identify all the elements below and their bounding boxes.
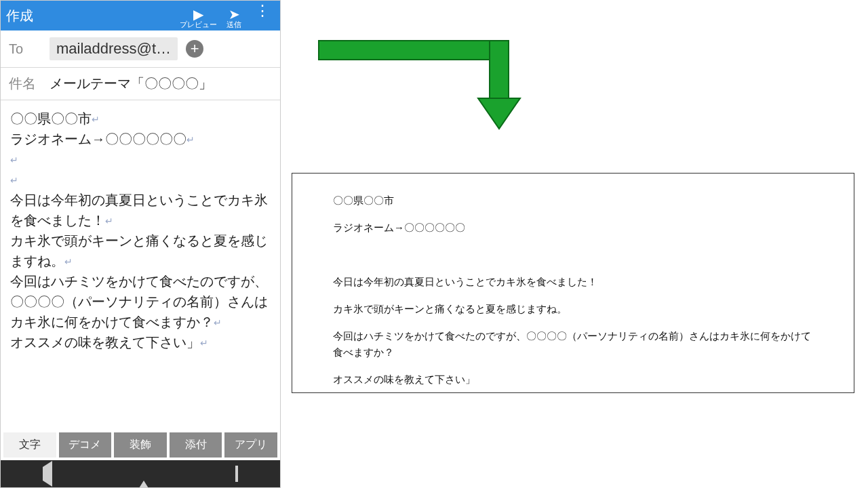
body-line: カキ氷で頭がキーンと痛くなると夏を感じますね。↵	[10, 230, 271, 271]
compose-tabs: 文字 デコメ 装飾 添付 アプリ	[1, 430, 280, 460]
newline-icon: ↵	[214, 317, 222, 328]
send-button[interactable]: ➤ 送信	[226, 7, 241, 28]
add-recipient-button[interactable]: +	[186, 40, 203, 58]
body-line: 今日は今年初の真夏日ということでカキ氷を食べました！↵	[10, 190, 271, 230]
android-navbar	[1, 460, 280, 487]
screen-title: 作成	[6, 7, 33, 25]
newline-icon: ↵	[92, 114, 100, 125]
subject-row[interactable]: 件名 メールテーマ「〇〇〇〇」	[1, 68, 280, 100]
svg-rect-0	[319, 41, 509, 60]
svg-rect-1	[490, 41, 509, 102]
recipient-chip[interactable]: mailaddress@t…	[50, 37, 178, 60]
compose-topbar: 作成 ▶ プレビュー ➤ 送信 ⋮ その他	[1, 1, 280, 30]
body-line: オススメの味を教えて下さい」↵	[10, 332, 271, 352]
tab-app[interactable]: アプリ	[224, 432, 277, 458]
preview-button[interactable]: ▶ プレビュー	[180, 7, 217, 28]
overflow-button[interactable]: ⋮ その他	[251, 3, 273, 28]
body-line: ↵	[10, 149, 271, 169]
phone-mockup: 作成 ▶ プレビュー ➤ 送信 ⋮ その他 To mailaddress@t…	[0, 0, 281, 488]
newline-icon: ↵	[10, 175, 18, 186]
topbar-actions: ▶ プレビュー ➤ 送信 ⋮ その他	[180, 3, 275, 28]
nav-home-icon[interactable]	[137, 467, 151, 481]
result-line: オススメの味を教えて下さい」	[333, 371, 813, 388]
result-box: 〇〇県〇〇市ラジオネーム→〇〇〇〇〇〇 今日は今年初の真夏日ということでカキ氷を…	[292, 173, 854, 393]
result-line	[333, 247, 813, 263]
tab-style[interactable]: 装飾	[114, 432, 167, 458]
tab-attach[interactable]: 添付	[170, 432, 222, 458]
to-row[interactable]: To mailaddress@t… +	[1, 30, 280, 68]
body-line: ↵	[10, 169, 271, 190]
message-body[interactable]: 〇〇県〇〇市↵ラジオネーム→〇〇〇〇〇〇↵↵↵今日は今年初の真夏日ということでカ…	[1, 100, 280, 361]
body-line: ラジオネーム→〇〇〇〇〇〇↵	[10, 129, 271, 149]
send-label: 送信	[226, 21, 241, 28]
nav-back-icon[interactable]	[43, 467, 52, 481]
result-line: 今日は今年初の真夏日ということでカキ氷を食べました！	[333, 274, 813, 290]
newline-icon: ↵	[64, 256, 73, 267]
svg-marker-2	[478, 98, 520, 129]
result-line: ラジオネーム→〇〇〇〇〇〇	[333, 220, 813, 236]
result-line: カキ氷で頭がキーンと痛くなると夏を感じますね。	[333, 301, 813, 317]
body-line: 〇〇県〇〇市↵	[10, 108, 271, 129]
kebab-icon: ⋮	[255, 3, 270, 21]
result-line: 今回はハチミツをかけて食べたのですが、〇〇〇〇（パーソナリティの名前）さんはカキ…	[333, 328, 813, 361]
body-line: 今回はハチミツをかけて食べたのですが、〇〇〇〇（パーソナリティの名前）さんはカキ…	[10, 271, 271, 332]
play-icon: ▶	[193, 7, 203, 21]
result-line: 〇〇県〇〇市	[333, 192, 813, 209]
to-label: To	[9, 41, 41, 57]
tab-text[interactable]: 文字	[3, 432, 56, 458]
send-icon: ➤	[229, 7, 240, 21]
subject-value: メールテーマ「〇〇〇〇」	[50, 75, 212, 93]
newline-icon: ↵	[186, 134, 195, 145]
preview-label: プレビュー	[180, 21, 217, 28]
nav-recent-icon[interactable]	[235, 467, 238, 481]
newline-icon: ↵	[105, 216, 113, 226]
tab-decome[interactable]: デコメ	[59, 432, 112, 458]
diagram-stage: 作成 ▶ プレビュー ➤ 送信 ⋮ その他 To mailaddress@t…	[0, 0, 868, 488]
arrow-icon	[305, 34, 542, 142]
subject-label: 件名	[9, 75, 41, 93]
topbar-left: 作成	[6, 7, 33, 25]
newline-icon: ↵	[200, 338, 208, 348]
newline-icon: ↵	[10, 155, 18, 165]
flow-arrow	[305, 34, 542, 145]
